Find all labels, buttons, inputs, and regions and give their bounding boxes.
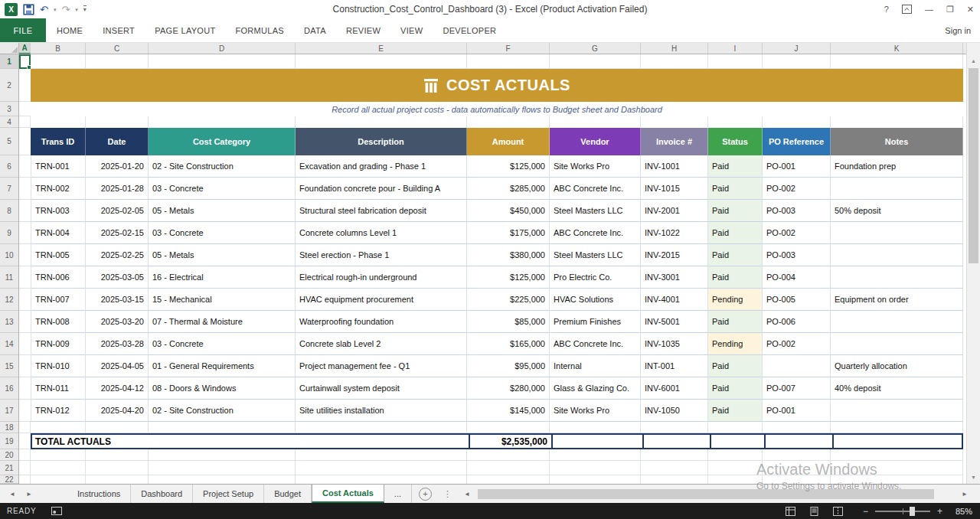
macro-record-icon[interactable]	[51, 507, 62, 515]
cell[interactable]: 16 - Electrical	[149, 266, 296, 289]
vertical-scroll-thumb[interactable]	[969, 68, 978, 263]
cell[interactable]: Quarterly allocation	[831, 355, 963, 377]
column-header-B[interactable]: B	[31, 43, 86, 54]
cell[interactable]: Paid	[708, 266, 763, 289]
zoom-in-icon[interactable]: +	[937, 507, 942, 516]
cell[interactable]: 01 - General Requirements	[149, 355, 296, 377]
cell[interactable]: INV-2015	[641, 244, 708, 266]
zoom-out-icon[interactable]: −	[863, 507, 868, 516]
cell[interactable]: Steel Masters LLC	[550, 244, 641, 266]
total-cell-status[interactable]	[710, 435, 764, 448]
cell[interactable]: Premium Finishes	[550, 311, 641, 333]
redo-dropdown-icon[interactable]: ▾	[75, 7, 78, 12]
selected-cell-a1[interactable]	[19, 54, 31, 69]
cell[interactable]: TRN-012	[31, 400, 86, 422]
cell[interactable]: PO-006	[763, 311, 831, 333]
cell[interactable]: 2025-02-15	[86, 222, 149, 244]
cell[interactable]: Paid	[708, 200, 763, 222]
sheet-tab-cost-actuals[interactable]: Cost Actuals	[312, 485, 384, 503]
cell[interactable]: PO-003	[763, 200, 831, 222]
cell[interactable]: TRN-005	[31, 244, 86, 266]
cell[interactable]: Paid	[708, 222, 763, 244]
ribbon-display-options-icon[interactable]	[902, 5, 912, 14]
row-header-13[interactable]: 13	[0, 311, 18, 333]
column-header-C[interactable]: C	[86, 43, 149, 54]
row-header-21[interactable]: 21	[0, 461, 18, 475]
sheet-tab-budget[interactable]: Budget	[264, 485, 312, 503]
cell[interactable]	[831, 400, 963, 422]
column-header-H[interactable]: H	[641, 43, 708, 54]
row-header-16[interactable]: 16	[0, 377, 18, 400]
cell[interactable]: PO-005	[763, 289, 831, 311]
save-icon[interactable]	[23, 4, 34, 15]
select-all-button[interactable]	[0, 43, 19, 54]
restore-icon[interactable]: ❐	[946, 5, 954, 14]
cell[interactable]: Glass & Glazing Co.	[550, 377, 641, 400]
sign-in-link[interactable]: Sign in	[945, 26, 971, 35]
minimize-icon[interactable]: —	[925, 5, 933, 14]
vertical-scrollbar[interactable]: ▲ ▼	[966, 43, 980, 484]
redo-icon[interactable]: ↷	[61, 5, 70, 15]
cell[interactable]: Structural steel fabrication deposit	[296, 200, 467, 222]
cell[interactable]: Paid	[708, 244, 763, 266]
cell[interactable]	[831, 244, 963, 266]
cell[interactable]: Steel Masters LLC	[550, 200, 641, 222]
cell[interactable]: Pending	[708, 289, 763, 311]
undo-icon[interactable]: ↶	[40, 5, 48, 15]
ribbon-tab-data[interactable]: DATA	[304, 26, 326, 35]
row-header-10[interactable]: 10	[0, 244, 18, 266]
sheet-tab-instructions[interactable]: Instructions	[67, 485, 131, 503]
cell[interactable]: Paid	[708, 377, 763, 400]
ribbon-tab-developer[interactable]: DEVELOPER	[443, 26, 496, 35]
cell[interactable]: 2025-03-20	[86, 311, 149, 333]
cell[interactable]: INV-5001	[641, 311, 708, 333]
cell[interactable]: Project management fee - Q1	[296, 355, 467, 377]
cell[interactable]: 2025-04-12	[86, 377, 149, 400]
cell[interactable]: $95,000	[467, 355, 550, 377]
cell[interactable]: 03 - Concrete	[149, 333, 296, 355]
tab-splitter-icon[interactable]: ⋮	[443, 489, 452, 499]
cell[interactable]: TRN-006	[31, 266, 86, 289]
row-header-17[interactable]: 17	[0, 400, 18, 422]
cell[interactable]: PO-002	[763, 222, 831, 244]
cell[interactable]: 15 - Mechanical	[149, 289, 296, 311]
add-sheet-icon[interactable]: +	[419, 488, 432, 501]
cell[interactable]: 2025-02-05	[86, 200, 149, 222]
row-header-7[interactable]: 7	[0, 178, 18, 200]
cell[interactable]: PO-002	[763, 333, 831, 355]
ribbon-tab-insert[interactable]: INSERT	[103, 26, 135, 35]
cell[interactable]: Internal	[550, 355, 641, 377]
cell[interactable]: Foundation prep	[831, 155, 963, 178]
cell[interactable]: 40% deposit	[831, 377, 963, 400]
cell[interactable]	[763, 355, 831, 377]
horizontal-scroll-track[interactable]	[473, 488, 959, 500]
row-header-11[interactable]: 11	[0, 266, 18, 289]
cell[interactable]: Equipment on order	[831, 289, 963, 311]
cell[interactable]: Site utilities installation	[296, 400, 467, 422]
cell[interactable]: Site Works Pro	[550, 155, 641, 178]
cell[interactable]: TRN-004	[31, 222, 86, 244]
prev-sheet-icon[interactable]: ◄	[9, 491, 15, 498]
cell[interactable]: PO-001	[763, 155, 831, 178]
cell[interactable]: 03 - Concrete	[149, 178, 296, 200]
cell[interactable]: Curtainwall system deposit	[296, 377, 467, 400]
row-header-22[interactable]: 22	[0, 475, 18, 484]
cell[interactable]: Excavation and grading - Phase 1	[296, 155, 467, 178]
ribbon-tab-review[interactable]: REVIEW	[346, 26, 381, 35]
cell[interactable]: INV-2001	[641, 200, 708, 222]
total-cell-notes[interactable]	[832, 435, 962, 448]
row-header-18[interactable]: 18	[0, 422, 18, 433]
sheet-tab-overflow[interactable]: ...	[384, 485, 412, 503]
row-header-14[interactable]: 14	[0, 333, 18, 355]
cell[interactable]: INV-1050	[641, 400, 708, 422]
total-cell-invoice[interactable]	[642, 435, 710, 448]
cell[interactable]: TRN-007	[31, 289, 86, 311]
cell[interactable]: 02 - Site Construction	[149, 400, 296, 422]
zoom-level[interactable]: 85%	[949, 507, 972, 516]
cell[interactable]: $450,000	[467, 200, 550, 222]
column-header-D[interactable]: D	[149, 43, 296, 54]
cell[interactable]: Paid	[708, 155, 763, 178]
cell[interactable]: TRN-003	[31, 200, 86, 222]
customize-qat-icon[interactable]: ▾	[83, 5, 87, 13]
cell[interactable]: TRN-001	[31, 155, 86, 178]
